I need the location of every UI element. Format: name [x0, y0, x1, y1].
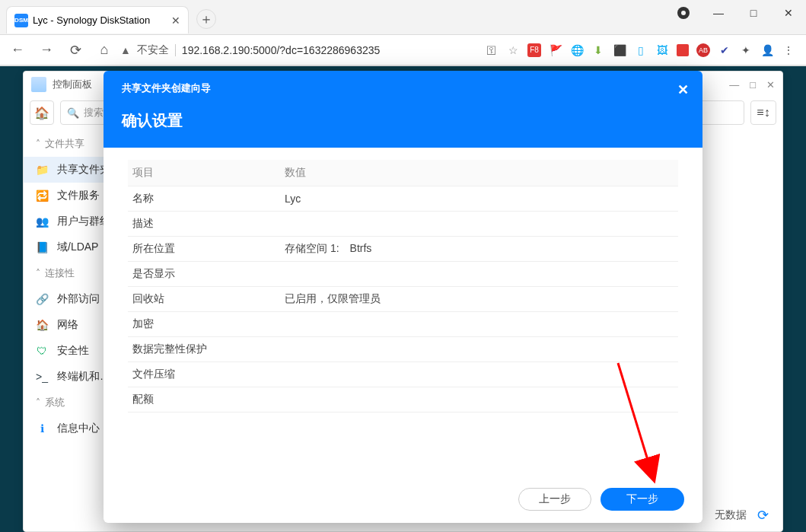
- settings-table: 项目 数值 名称Lyc描述所在位置存储空间 1: Btrfs是否显示回收站已启用…: [128, 160, 678, 413]
- row-key: 名称: [128, 186, 280, 212]
- row-value: [280, 337, 678, 362]
- row-key: 回收站: [128, 287, 280, 312]
- sidebar-item-label: 域/LDAP: [57, 241, 98, 254]
- forward-button[interactable]: →: [33, 37, 59, 63]
- wizard-title: 共享文件夹创建向导: [122, 81, 684, 95]
- cp-maximize-button[interactable]: □: [750, 79, 756, 91]
- address-bar[interactable]: ▲ 不安全 192.168.2.190:5000/?dc=16322869632…: [120, 39, 380, 62]
- table-row: 配额: [128, 387, 678, 413]
- ext-icon-downloader[interactable]: ⬇: [591, 43, 605, 57]
- tab-title: Lyc - Synology DiskStation: [33, 14, 150, 26]
- sidebar-item-icon: 📁: [34, 162, 49, 177]
- row-value: [280, 212, 678, 237]
- table-row: 名称Lyc: [128, 186, 678, 212]
- cp-footer-text: 无数据: [715, 508, 747, 522]
- row-key: 所在位置: [128, 237, 280, 262]
- cp-refresh-button[interactable]: ⟳: [757, 507, 769, 524]
- table-row: 所在位置存储空间 1: Btrfs: [128, 237, 678, 262]
- row-value: [280, 362, 678, 387]
- extension-icons: ⚿ ☆ F8 🚩 🌐 ⬇ ⬛ ▯ 🖼 AB ✔ ✦ 👤 ⋮: [485, 43, 801, 57]
- sidebar-item-label: 外部访问: [57, 292, 100, 306]
- cp-view-toggle-button[interactable]: ≡↕: [750, 100, 776, 125]
- cp-footer: 无数据 ⟳: [715, 507, 769, 524]
- sidebar-item-label: 用户与群组: [57, 215, 106, 228]
- row-key: 配额: [128, 387, 280, 413]
- window-close-button[interactable]: ✕: [771, 0, 806, 26]
- row-key: 数据完整性保护: [128, 337, 280, 362]
- sidebar-item-icon: >_: [34, 369, 49, 384]
- browser-titlebar: DSM Lyc - Synology DiskStation ✕ ＋ — □ ✕: [0, 0, 806, 35]
- sidebar-item-icon: 📘: [34, 240, 49, 255]
- ext-icon-dark[interactable]: ⬛: [613, 43, 626, 57]
- browser-toolbar: ← → ⟳ ⌂ ▲ 不安全 192.168.2.190:5000/?dc=163…: [0, 35, 806, 65]
- window-maximize-button[interactable]: □: [736, 0, 771, 26]
- sidebar-item-icon: 🛡: [34, 343, 49, 358]
- control-panel-title: 控制面板: [53, 78, 92, 91]
- next-button[interactable]: 下一步: [601, 488, 684, 511]
- extensions-menu-icon[interactable]: ✦: [739, 43, 753, 57]
- sidebar-section-label: 连接性: [45, 266, 75, 280]
- sidebar-section-header[interactable]: ˄连接性: [24, 260, 106, 286]
- ext-icon-globe[interactable]: 🌐: [570, 43, 584, 57]
- cp-close-button[interactable]: ✕: [766, 79, 775, 91]
- row-value: [280, 262, 678, 287]
- sidebar-item[interactable]: 🔁文件服务: [24, 183, 106, 209]
- sidebar-item[interactable]: 🏠网络: [24, 312, 106, 338]
- table-row: 数据完整性保护: [128, 337, 678, 362]
- profile-icon[interactable]: 👤: [760, 43, 774, 57]
- row-key: 加密: [128, 312, 280, 337]
- sidebar-item-label: 共享文件夹: [57, 163, 106, 177]
- reload-button[interactable]: ⟳: [62, 37, 88, 63]
- row-value: 存储空间 1: Btrfs: [280, 237, 678, 262]
- back-button[interactable]: ←: [5, 37, 30, 63]
- sidebar-item[interactable]: 📁共享文件夹: [24, 157, 106, 183]
- table-row: 是否显示: [128, 262, 678, 287]
- row-key: 文件压缩: [128, 362, 280, 387]
- ext-icon-pic[interactable]: 🖼: [655, 43, 669, 57]
- cp-minimize-button[interactable]: —: [729, 79, 739, 91]
- ext-icon-bird[interactable]: ✔: [718, 43, 731, 57]
- ext-icon-red[interactable]: F8: [527, 43, 541, 57]
- new-tab-button[interactable]: ＋: [196, 9, 216, 29]
- sidebar-item[interactable]: 📘域/LDAP: [24, 234, 106, 260]
- wizard-footer: 上一步 下一步: [104, 479, 702, 523]
- sidebar-section-header[interactable]: ˄系统: [24, 390, 106, 416]
- bookmark-star-icon[interactable]: ☆: [506, 43, 520, 57]
- page-viewport: 控制面板 — □ ✕ 🏠 🔍 搜索 ≡↕ ˄文件共享📁共享文件夹🔁文件服务👥用户…: [0, 65, 806, 532]
- sidebar-section-header[interactable]: ˄文件共享: [24, 131, 106, 157]
- sidebar-item-icon: 👥: [34, 214, 49, 229]
- home-button[interactable]: ⌂: [91, 37, 117, 63]
- sidebar-item-label: 安全性: [57, 344, 89, 358]
- ext-icon-lightblue[interactable]: ▯: [634, 43, 648, 57]
- sidebar-item-icon: 🔗: [34, 291, 49, 307]
- prev-button[interactable]: 上一步: [518, 488, 591, 511]
- window-controls: — □ ✕: [666, 0, 806, 26]
- ext-icon-abp[interactable]: AB: [696, 43, 710, 57]
- tab-close-icon[interactable]: ✕: [171, 14, 180, 27]
- ext-icon-flag[interactable]: 🚩: [549, 43, 562, 57]
- browser-tab[interactable]: DSM Lyc - Synology DiskStation ✕: [6, 6, 189, 33]
- row-value: 已启用，仅限管理员: [280, 287, 678, 312]
- ext-icon-redsq[interactable]: [677, 44, 689, 56]
- row-value: Lyc: [280, 186, 678, 212]
- sidebar-item[interactable]: 🔗外部访问: [24, 286, 106, 312]
- wizard-header: 共享文件夹创建向导 确认设置 ✕: [104, 71, 702, 148]
- sidebar-item-label: 文件服务: [57, 189, 100, 202]
- sidebar-item[interactable]: 🛡安全性: [24, 338, 106, 364]
- col-header-value: 数值: [280, 160, 678, 186]
- browser-menu-icon[interactable]: ⋮: [782, 43, 795, 57]
- wizard-close-button[interactable]: ✕: [677, 81, 689, 98]
- key-icon[interactable]: ⚿: [485, 43, 499, 57]
- sidebar-item[interactable]: >_终端机和…: [24, 364, 106, 390]
- cp-home-button[interactable]: 🏠: [30, 100, 54, 125]
- insecure-label: 不安全: [137, 43, 169, 57]
- sidebar-item[interactable]: ℹ信息中心: [24, 416, 106, 441]
- col-header-key: 项目: [128, 160, 280, 186]
- sidebar-item[interactable]: 👥用户与群组: [24, 209, 106, 234]
- sidebar-item-icon: ℹ: [34, 421, 49, 436]
- row-key: 描述: [128, 212, 280, 237]
- chevron-icon: ˄: [36, 139, 40, 149]
- sidebar-section-label: 系统: [45, 396, 65, 409]
- url-text: 192.168.2.190:5000/?dc=1632286963235: [182, 44, 380, 56]
- window-minimize-button[interactable]: —: [701, 0, 736, 26]
